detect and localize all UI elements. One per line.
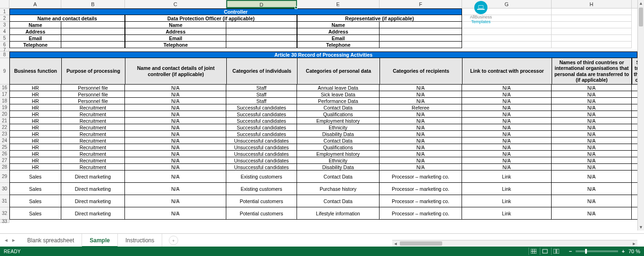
cell-r20-c1[interactable]: Recruitment — [61, 111, 125, 118]
main-header-0[interactable]: Business function — [9, 58, 61, 85]
cell-r24-c6[interactable]: N/A — [462, 137, 552, 144]
cell-r21-c1[interactable]: Recruitment — [61, 118, 125, 124]
cell-r19-c0[interactable]: HR — [9, 104, 61, 111]
contact-2-value-1[interactable] — [380, 28, 462, 35]
cell-r24-c4[interactable]: Contact Data — [297, 137, 380, 144]
horizontal-scrollbar[interactable]: ◄ ► — [392, 240, 637, 247]
article30-banner[interactable]: Article 30 Record of Processing Activiti… — [9, 51, 637, 58]
cell-r22-c2[interactable]: N/A — [125, 124, 226, 131]
cell-r24-c0[interactable]: HR — [9, 137, 61, 144]
cell-r25-c1[interactable]: Recruitment — [61, 144, 125, 151]
cell-r17-c3[interactable]: Staff — [226, 91, 297, 98]
cell-r25-c0[interactable]: HR — [9, 144, 61, 151]
contact-0-label-1[interactable]: Address — [9, 28, 61, 35]
cell-r20-c3[interactable]: Successful candidates — [226, 111, 297, 118]
cell-r25-c5[interactable]: N/A — [380, 144, 462, 151]
hscroll-thumb[interactable] — [400, 241, 442, 246]
cell-r30-c3[interactable]: Existing customers — [226, 183, 297, 195]
cell-r31-c6[interactable]: Link — [462, 195, 552, 207]
cell-r24-c7[interactable]: N/A — [552, 137, 632, 144]
cell-r26-c4[interactable]: Employment history — [297, 151, 380, 157]
blank-r4-c7[interactable] — [552, 28, 632, 35]
scroll-right-arrow[interactable]: ► — [631, 240, 637, 247]
cell-r32-c1[interactable]: Direct marketing — [61, 207, 125, 220]
cell-r23-c1[interactable]: Recruitment — [61, 131, 125, 137]
main-header-1[interactable]: Purpose of processing — [61, 58, 125, 85]
row-header-29[interactable]: 29 — [0, 171, 9, 183]
contact-section-title-2[interactable]: Representative (if applicable) — [297, 15, 462, 22]
main-header-6[interactable]: Link to contract with processor — [462, 58, 552, 85]
cell-r19-c7[interactable]: N/A — [552, 104, 632, 111]
cell-r29-c6[interactable]: Link — [462, 171, 552, 183]
cell-r16-c6[interactable]: N/A — [462, 85, 552, 91]
contact-2-label-0[interactable]: Name — [297, 22, 380, 28]
cell-r32-c2[interactable]: N/A — [125, 207, 226, 220]
blank-r2-c7[interactable] — [552, 15, 632, 22]
contact-0-label-0[interactable]: Name — [9, 22, 61, 28]
cell-r31-c0[interactable]: Sales — [9, 195, 61, 207]
cell-r17-c0[interactable]: HR — [9, 91, 61, 98]
cell-r18-c4[interactable]: Performance Data — [297, 98, 380, 104]
cell-r18-c5[interactable]: N/A — [380, 98, 462, 104]
row-header-8[interactable]: 8 — [0, 51, 9, 58]
cell-r18-c3[interactable]: Staff — [226, 98, 297, 104]
contact-2-label-1[interactable]: Address — [297, 28, 380, 35]
cell-r17-c5[interactable]: N/A — [380, 91, 462, 98]
spreadsheet-grid[interactable]: ControllerName and contact detailsData P… — [9, 9, 637, 230]
sheet-tab-sample[interactable]: Sample — [82, 234, 118, 247]
cell-r19-c2[interactable]: N/A — [125, 104, 226, 111]
sheet-tab-blank-spreadsheet[interactable]: Blank spreadsheet — [20, 234, 82, 247]
blank-r6-c7[interactable] — [552, 42, 632, 48]
contact-0-label-3[interactable]: Telephone — [9, 42, 61, 48]
cell-r21-c4[interactable]: Employment history — [297, 118, 380, 124]
cell-r21-c2[interactable]: N/A — [125, 118, 226, 124]
blank-r5-c6[interactable] — [462, 35, 552, 42]
cell-r28-c6[interactable]: N/A — [462, 164, 552, 171]
cell-r20-c7[interactable]: N/A — [552, 111, 632, 118]
column-header-D[interactable]: D — [226, 0, 297, 8]
cell-r22-c7[interactable]: N/A — [552, 124, 632, 131]
cell-r29-c4[interactable]: Contact Data — [297, 171, 380, 183]
cell-r16-c4[interactable]: Annual leave Data — [297, 85, 380, 91]
cell-r29-c7[interactable]: N/A — [552, 171, 632, 183]
cell-r31-c3[interactable]: Potential customers — [226, 195, 297, 207]
row-header-16[interactable]: 16 — [0, 85, 9, 91]
cell-r24-c1[interactable]: Recruitment — [61, 137, 125, 144]
cell-r18-c0[interactable]: HR — [9, 98, 61, 104]
row-header-31[interactable]: 31 — [0, 195, 9, 207]
blank-r5-c7[interactable] — [552, 35, 632, 42]
contact-1-value-1[interactable] — [226, 28, 297, 35]
cell-r16-c1[interactable]: Personnel file — [61, 85, 125, 91]
blank-r6-c6[interactable] — [462, 42, 552, 48]
cell-r31-c7[interactable]: N/A — [552, 195, 632, 207]
row-header-19[interactable]: 19 — [0, 104, 9, 111]
contact-0-value-2[interactable] — [61, 35, 125, 42]
view-page-layout-icon[interactable] — [540, 247, 550, 255]
controller-banner[interactable]: Controller — [9, 9, 462, 15]
cell-r28-c5[interactable]: N/A — [380, 164, 462, 171]
cell-r18-c1[interactable]: Personnel file — [61, 98, 125, 104]
cell-r22-c0[interactable]: HR — [9, 124, 61, 131]
cell-r25-c7[interactable]: N/A — [552, 144, 632, 151]
cell-r28-c7[interactable]: N/A — [552, 164, 632, 171]
cell-r19-c3[interactable]: Successful candidates — [226, 104, 297, 111]
cell-r17-c4[interactable]: Sick leave Data — [297, 91, 380, 98]
cell-r27-c6[interactable]: N/A — [462, 157, 552, 164]
zoom-value[interactable]: 70 % — [628, 248, 640, 254]
cell-r24-c5[interactable]: N/A — [380, 137, 462, 144]
view-normal-icon[interactable] — [528, 247, 539, 255]
contact-0-value-1[interactable] — [61, 28, 125, 35]
view-page-break-icon[interactable] — [551, 247, 561, 255]
cell-r16-c7[interactable]: N/A — [552, 85, 632, 91]
contact-0-label-2[interactable]: Email — [9, 35, 61, 42]
main-header-4[interactable]: Categories of personal data — [297, 58, 380, 85]
cell-r19-c4[interactable]: Contact Data — [297, 104, 380, 111]
new-sheet-button[interactable]: + — [169, 236, 178, 245]
row-header-25[interactable]: 25 — [0, 144, 9, 151]
row-header-28[interactable]: 28 — [0, 164, 9, 171]
cell-r30-c0[interactable]: Sales — [9, 183, 61, 195]
zoom-slider-thumb[interactable] — [585, 249, 587, 254]
cell-r32-c4[interactable]: Lifestyle information — [297, 207, 380, 220]
column-header-B[interactable]: B — [61, 0, 125, 8]
cell-r17-c6[interactable]: N/A — [462, 91, 552, 98]
